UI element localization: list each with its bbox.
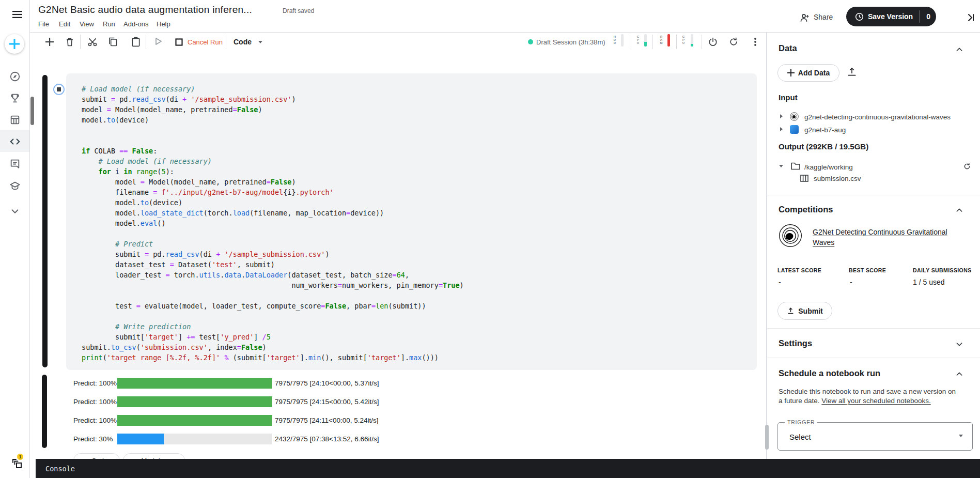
scheduled-notebooks-link[interactable]: View all your scheduled notebooks. [821,397,930,405]
version-count[interactable]: 0 [926,12,930,21]
code-line: submit = pd.read_csv(di + '/sample_submi… [82,94,464,104]
add-new-button[interactable] [5,34,24,54]
latest-score-value: - [779,278,781,286]
menu-file[interactable]: File [38,20,49,28]
notebook-title[interactable]: G2Net Basic audio data augmentation infe… [38,4,252,16]
code-line: model.to(device) [82,115,464,125]
code-line [82,290,464,301]
toolbar-divider [80,35,81,49]
settings-section-title[interactable]: Settings [779,338,812,348]
submit-button[interactable]: Submit [777,302,832,320]
output-focus-bar [42,375,47,448]
code-line: model = Model(model_name, pretrained=Fal… [82,177,464,187]
restart-session-icon[interactable] [728,37,739,47]
panel-scrollbar[interactable] [765,425,769,450]
toolbar-divider [146,35,146,49]
paste-icon[interactable] [131,37,141,47]
code-editor[interactable]: # Load model (if necessary)submit = pd.r… [82,84,464,363]
more-options-icon[interactable] [750,37,760,47]
toolbar-divider [702,35,702,49]
progress-label: Predict: 100% [73,379,117,387]
expand-settings-icon[interactable] [955,340,963,348]
progress-fill [117,396,272,407]
cut-icon[interactable] [87,37,98,47]
menu-addons[interactable]: Add-ons [123,20,148,28]
monitor-label-hdd: HDD [613,35,617,44]
collapse-folder-icon[interactable] [779,165,783,167]
output-file-label[interactable]: submission.csv [814,175,861,182]
schedule-section-title[interactable]: Schedule a notebook run [779,368,880,378]
add-cell-icon[interactable] [44,37,55,47]
plus-icon [9,39,20,49]
datasets-icon[interactable] [9,114,21,126]
console-label[interactable]: Console [45,465,75,473]
collapse-data-icon[interactable] [955,45,963,54]
collapse-competitions-icon[interactable] [955,206,963,214]
output-section-title: Output (292KB / 19.5GB) [779,142,868,151]
trigger-caret-icon [959,435,963,437]
learn-icon[interactable] [9,180,21,192]
cell-running-indicator[interactable] [53,84,65,95]
input-section-title: Input [779,93,798,102]
power-icon[interactable] [708,37,718,47]
save-version-button[interactable]: Save Version 0 [846,7,936,26]
hamburger-menu-icon[interactable] [12,11,22,18]
code-icon[interactable] [9,136,21,147]
expand-dataset-icon[interactable] [780,114,783,118]
upload-data-icon[interactable] [847,67,857,77]
code-line: # Load model (if necessary) [82,156,464,166]
toolbar-divider [226,35,226,49]
input-dataset-link[interactable]: g2net-detecting-continuous-gravitational… [804,113,951,121]
cell-type-caret-icon [258,41,262,43]
latest-score-label: LATEST SCORE [777,267,821,273]
refresh-output-icon[interactable] [963,162,971,171]
progress-fill [117,378,272,389]
collapse-schedule-icon[interactable] [955,370,963,378]
menu-edit[interactable]: Edit [59,20,70,28]
competition-link[interactable]: G2Net Detecting Continuous Gravitational [813,228,947,236]
monitor-gauge-gpu [691,34,693,47]
dataset-icon [790,125,799,134]
panel-section-divider [767,195,980,195]
progress-text: 7975/7975 [24:15<00:00, 5.42it/s] [275,398,379,406]
add-data-button[interactable]: Add Data [777,64,839,82]
explore-icon[interactable] [9,71,21,82]
competitions-icon[interactable] [9,92,21,104]
collapse-panel-icon[interactable] [966,13,975,22]
output-dir-label[interactable]: /kaggle/working [804,163,853,171]
share-icon[interactable] [800,13,810,22]
code-line: # Predict [82,239,464,249]
stop-cell-icon[interactable] [175,38,185,49]
code-line: submit['target'] += test['y_pred'] /5 [82,332,464,342]
menu-run[interactable]: Run [103,20,115,28]
toolbar-divider [652,35,653,49]
menu-view[interactable]: View [80,20,94,28]
history-icon [855,12,864,21]
code-line: model.load_state_dict(torch.load(filenam… [82,208,464,218]
share-button[interactable]: Share [814,13,833,21]
notebook-scrollbar[interactable] [30,97,34,125]
copy-icon[interactable] [107,37,118,47]
code-line: print('target range [%.2f, %.2f]' % (sub… [82,352,464,363]
delete-cell-icon[interactable] [65,37,75,47]
sidebar-expand-icon[interactable] [9,206,21,217]
competition-link[interactable]: Waves [813,238,834,246]
competition-data-icon [790,112,799,121]
code-line [82,135,464,146]
console-bar[interactable] [36,459,980,478]
cell-type-dropdown[interactable]: Code [234,38,252,46]
cancel-run-button[interactable]: Cancel Run [188,38,223,46]
progress-fill [117,415,272,426]
input-dataset-link[interactable]: g2net-b7-aug [804,126,846,134]
discussions-icon[interactable] [9,158,21,169]
session-label: Draft Session (3h:38m) [536,38,605,46]
trigger-value: Select [789,433,811,441]
expand-dataset-icon[interactable] [780,127,783,131]
folder-icon [791,162,800,170]
menu-help[interactable]: Help [157,20,170,28]
best-score-value: - [850,278,852,286]
draft-status: Draft saved [283,7,314,14]
code-line: submit = pd.read_csv(di + '/sample_submi… [82,249,464,259]
code-line: submit.to_csv('submission.csv', index=Fa… [82,342,464,352]
panel-section-divider [767,358,980,358]
